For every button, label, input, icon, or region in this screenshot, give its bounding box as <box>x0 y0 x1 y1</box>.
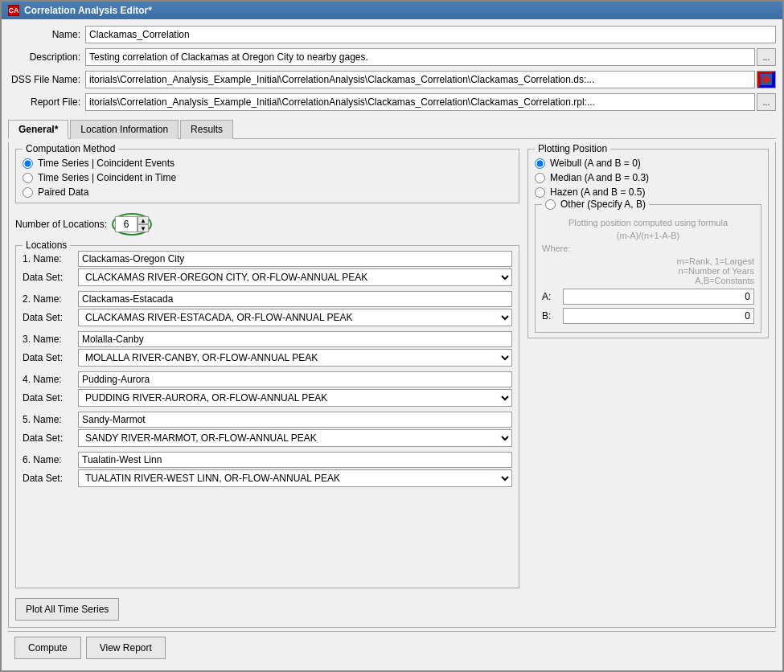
bottom-bar: Compute View Report <box>8 631 776 664</box>
other-group-content: Plotting position computed using formula… <box>542 218 754 324</box>
radio-median[interactable]: Median (A and B = 0.3) <box>535 172 761 183</box>
radio-input-ts-coincident-events[interactable] <box>23 158 33 169</box>
spinner-up-btn[interactable]: ▲ <box>138 216 149 224</box>
loc-3-dataset-select[interactable]: MOLALLA RIVER-CANBY, OR-FLOW-ANNUAL PEAK <box>78 349 512 367</box>
location-1-dataset-row: Data Set: CLACKAMAS RIVER-OREGON CITY, O… <box>23 268 512 286</box>
main-window: CA Correlation Analysis Editor* Name: De… <box>0 0 784 672</box>
compute-btn[interactable]: Compute <box>14 637 81 659</box>
loc-4-dataset-select[interactable]: PUDDING RIVER-AURORA, OR-FLOW-ANNUAL PEA… <box>78 389 512 407</box>
location-5-dataset-row: Data Set: SANDY RIVER-MARMOT, OR-FLOW-AN… <box>23 429 512 447</box>
a-label: A: <box>542 291 558 302</box>
loc-6-dataset-select[interactable]: TUALATIN RIVER-WEST LINN, OR-FLOW-ANNUAL… <box>78 469 512 487</box>
plot-all-time-series-btn[interactable]: Plot All Time Series <box>15 598 119 621</box>
name-label: Name: <box>8 29 80 40</box>
loc-3-num-name-label: 3. Name: <box>23 334 75 345</box>
tab-general[interactable]: General* <box>8 120 68 139</box>
spinner-down-btn[interactable]: ▼ <box>138 224 149 232</box>
report-file-input[interactable] <box>85 93 755 111</box>
loc-2-num-name-label: 2. Name: <box>23 293 75 305</box>
location-entry-1: 1. Name: Data Set: CLACKAMAS RIVER-OREGO… <box>23 251 512 286</box>
radio-time-series-coincident-events[interactable]: Time Series | Coincident Events <box>23 158 512 169</box>
name-input[interactable] <box>85 26 776 43</box>
location-6-name-row: 6. Name: <box>23 452 512 468</box>
right-panel: Plotting Position Weibull (A and B = 0) … <box>527 149 769 621</box>
loc-5-name-input[interactable] <box>78 412 512 428</box>
radio-label-ts-coincident-time: Time Series | Coincident in Time <box>38 172 176 183</box>
where-lines: m=Rank, 1=Largest n=Number of Years A,B=… <box>542 256 754 285</box>
other-group: Other (Specify A, B) Plotting position c… <box>535 204 761 333</box>
description-input[interactable] <box>85 48 755 66</box>
location-4-name-row: 4. Name: <box>23 371 512 387</box>
location-3-dataset-row: Data Set: MOLALLA RIVER-CANBY, OR-FLOW-A… <box>23 349 512 367</box>
radio-input-ts-coincident-time[interactable] <box>23 173 33 183</box>
where-line-3: A,B=Constants <box>542 276 754 285</box>
location-entry-3: 3. Name: Data Set: MOLALLA RIVER-CANBY, … <box>23 331 512 367</box>
plotting-radio-group: Weibull (A and B = 0) Median (A and B = … <box>535 158 761 198</box>
title-bar: CA Correlation Analysis Editor* <box>2 2 782 19</box>
radio-weibull[interactable]: Weibull (A and B = 0) <box>535 158 761 169</box>
dss-file-group <box>85 71 776 88</box>
loc-2-name-input[interactable] <box>78 291 512 307</box>
num-locations-spinner: ▲ ▼ <box>112 213 152 236</box>
loc-3-name-input[interactable] <box>78 331 512 347</box>
loc-4-dataset-label: Data Set: <box>23 392 75 404</box>
radio-hazen[interactable]: Hazen (A and B = 0.5) <box>535 186 761 198</box>
loc-5-num-name-label: 5. Name: <box>23 414 75 425</box>
num-locations-row: Number of Locations: ▲ ▼ <box>15 213 519 236</box>
a-input[interactable] <box>563 289 754 305</box>
radio-input-median[interactable] <box>535 173 545 183</box>
report-file-row: Report File: ... <box>8 93 776 111</box>
tab-results[interactable]: Results <box>180 120 233 139</box>
description-label: Description: <box>8 51 80 63</box>
b-input[interactable] <box>563 308 754 324</box>
description-browse-btn[interactable]: ... <box>757 48 776 66</box>
radio-input-paired-data[interactable] <box>23 187 33 198</box>
loc-1-dataset-select[interactable]: CLACKAMAS RIVER-OREGON CITY, OR-FLOW-ANN… <box>78 268 512 286</box>
report-browse-btn[interactable]: ... <box>757 93 776 111</box>
radio-label-other: Other (Specify A, B) <box>560 199 646 210</box>
radio-time-series-coincident-time[interactable]: Time Series | Coincident in Time <box>23 172 512 183</box>
loc-5-dataset-select[interactable]: SANDY RIVER-MARMOT, OR-FLOW-ANNUAL PEAK <box>78 429 512 447</box>
num-locations-input[interactable] <box>115 216 138 232</box>
other-group-title: Other (Specify A, B) <box>542 199 649 210</box>
view-report-btn[interactable]: View Report <box>86 637 166 659</box>
loc-4-name-input[interactable] <box>78 371 512 387</box>
b-label: B: <box>542 310 558 322</box>
loc-1-name-input[interactable] <box>78 251 512 267</box>
radio-label-median: Median (A and B = 0.3) <box>550 172 649 183</box>
computation-method-title: Computation Method <box>23 143 118 154</box>
location-2-name-row: 2. Name: <box>23 291 512 307</box>
loc-3-dataset-label: Data Set: <box>23 352 75 363</box>
radio-input-other[interactable] <box>545 199 556 210</box>
formula-text: (m-A)/(n+1-A-B) <box>542 231 754 240</box>
radio-input-hazen[interactable] <box>535 187 545 198</box>
location-entry-5: 5. Name: Data Set: SANDY RIVER-MARMOT, O… <box>23 412 512 447</box>
radio-paired-data[interactable]: Paired Data <box>23 186 512 198</box>
tabs: General* Location Information Results <box>8 119 776 139</box>
loc-4-num-name-label: 4. Name: <box>23 374 75 385</box>
app-icon: CA <box>8 5 19 16</box>
plotting-position-group: Plotting Position Weibull (A and B = 0) … <box>527 149 769 338</box>
loc-6-dataset-label: Data Set: <box>23 473 75 484</box>
dss-file-label: DSS File Name: <box>8 74 80 85</box>
radio-input-weibull[interactable] <box>535 158 545 169</box>
spinner-buttons: ▲ ▼ <box>138 216 149 232</box>
loc-2-dataset-label: Data Set: <box>23 312 75 323</box>
loc-1-dataset-label: Data Set: <box>23 272 75 283</box>
tab-location-info[interactable]: Location Information <box>70 120 179 139</box>
dss-file-input[interactable] <box>85 71 755 88</box>
loc-6-name-input[interactable] <box>78 452 512 468</box>
dss-icon[interactable] <box>757 71 776 88</box>
tab-content: Computation Method Time Series | Coincid… <box>8 142 776 628</box>
radio-label-hazen: Hazen (A and B = 0.5) <box>550 186 645 198</box>
where-line-2: n=Number of Years <box>542 266 754 276</box>
loc-2-dataset-select[interactable]: CLACKAMAS RIVER-ESTACADA, OR-FLOW-ANNUAL… <box>78 309 512 326</box>
description-row: Description: ... <box>8 48 776 66</box>
radio-label-weibull: Weibull (A and B = 0) <box>550 158 641 169</box>
location-entry-4: 4. Name: Data Set: PUDDING RIVER-AURORA,… <box>23 371 512 407</box>
plot-btn-container: Plot All Time Series <box>15 595 519 621</box>
formula-description: Plotting position computed using formula <box>542 218 754 227</box>
radio-other[interactable]: Other (Specify A, B) <box>545 199 646 210</box>
name-row: Name: <box>8 26 776 43</box>
location-6-dataset-row: Data Set: TUALATIN RIVER-WEST LINN, OR-F… <box>23 469 512 487</box>
